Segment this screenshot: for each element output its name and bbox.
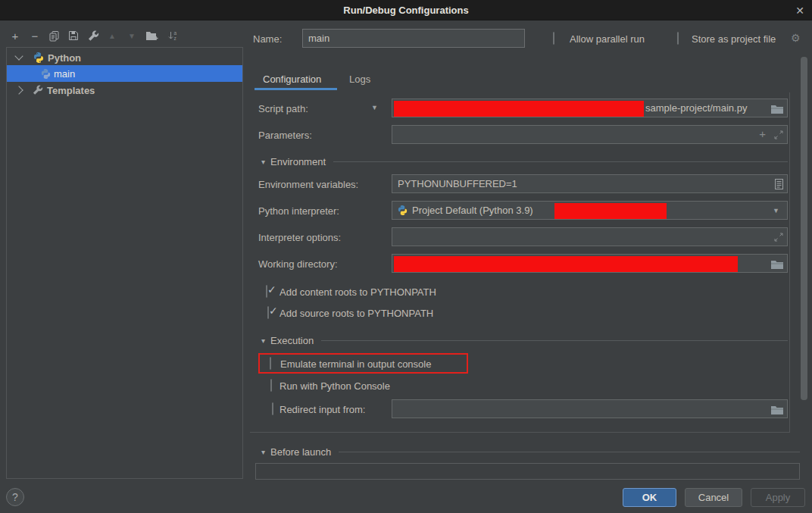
remove-configuration-button[interactable]: − bbox=[27, 28, 42, 43]
redaction-block bbox=[554, 203, 667, 219]
sort-configurations-button[interactable]: az bbox=[165, 28, 180, 43]
move-up-button[interactable]: ▲ bbox=[105, 28, 120, 43]
parameters-label: Parameters: bbox=[258, 130, 312, 141]
checkmark-icon: ✓ bbox=[269, 305, 278, 317]
sort-az-icon: az bbox=[167, 30, 178, 41]
section-before-launch-label: Before launch bbox=[270, 446, 331, 458]
working-directory-label: Working directory: bbox=[258, 258, 338, 270]
dialog-title: Run/Debug Configurations bbox=[0, 0, 812, 20]
allow-parallel-run-label: Allow parallel run bbox=[570, 33, 645, 45]
section-execution[interactable]: ▾ Execution bbox=[261, 335, 788, 346]
svg-text:a: a bbox=[174, 30, 177, 36]
section-collapse-icon[interactable]: ▾ bbox=[261, 448, 265, 456]
edit-variables-list-icon[interactable] bbox=[775, 179, 783, 189]
expand-field-icon[interactable] bbox=[774, 233, 783, 242]
gear-icon[interactable]: ⚙ bbox=[791, 32, 801, 44]
before-launch-task-list[interactable] bbox=[255, 463, 800, 480]
tree-item-python-group[interactable]: Python bbox=[7, 49, 242, 66]
vertical-scrollbar[interactable] bbox=[801, 57, 807, 400]
python-interpreter-label: Python interpreter: bbox=[258, 205, 339, 217]
tab-logs[interactable]: Logs bbox=[349, 74, 370, 85]
interpreter-options-label: Interpreter options: bbox=[258, 232, 341, 243]
cancel-button[interactable]: Cancel bbox=[685, 488, 742, 507]
tree-label-templates: Templates bbox=[47, 85, 95, 96]
add-configuration-button[interactable]: + bbox=[8, 28, 23, 43]
save-icon bbox=[68, 30, 79, 41]
section-before-launch[interactable]: ▾ Before launch bbox=[261, 446, 800, 458]
apply-button[interactable]: Apply bbox=[751, 488, 805, 507]
environment-variables-field[interactable]: PYTHONUNBUFFERED=1 bbox=[392, 174, 788, 193]
python-icon bbox=[40, 68, 52, 80]
section-collapse-icon[interactable]: ▾ bbox=[261, 336, 265, 345]
store-as-project-file-checkbox[interactable] bbox=[677, 32, 679, 45]
script-path-visible-value: sample-project/main.py bbox=[645, 102, 747, 114]
section-divider bbox=[339, 452, 800, 452]
section-divider bbox=[333, 161, 788, 162]
run-debug-configurations-dialog: Run/Debug Configurations ✕ + − ▲ ▼ az Py… bbox=[0, 0, 812, 513]
close-icon[interactable]: ✕ bbox=[792, 3, 807, 18]
arrow-down-icon: ▼ bbox=[128, 32, 136, 40]
interpreter-options-field[interactable] bbox=[392, 227, 788, 246]
checkmark-icon: ✓ bbox=[267, 283, 276, 296]
arrow-up-icon: ▲ bbox=[108, 32, 116, 40]
scroll-area-border bbox=[250, 432, 790, 433]
name-input[interactable] bbox=[302, 29, 525, 48]
folder-icon[interactable] bbox=[771, 260, 783, 269]
folder-icon[interactable] bbox=[771, 405, 783, 414]
add-content-roots-checkbox[interactable]: ✓ bbox=[266, 285, 267, 298]
edit-templates-button[interactable] bbox=[86, 28, 101, 43]
name-label: Name: bbox=[253, 33, 282, 45]
python-icon bbox=[33, 52, 45, 64]
configurations-tree: Python main Templates bbox=[6, 47, 243, 479]
tree-item-templates-group[interactable]: Templates bbox=[7, 82, 242, 99]
active-tab-underline bbox=[255, 88, 337, 90]
parameters-field[interactable]: + bbox=[392, 125, 788, 144]
tree-label-main: main bbox=[54, 68, 75, 80]
chevron-right-icon[interactable] bbox=[14, 86, 23, 94]
python-interpreter-combobox[interactable]: Project Default (Python 3.9) ▼ bbox=[392, 201, 788, 220]
wrench-icon bbox=[33, 85, 43, 95]
copy-icon bbox=[48, 30, 60, 42]
help-button[interactable]: ? bbox=[6, 488, 24, 506]
section-collapse-icon[interactable]: ▾ bbox=[261, 158, 265, 166]
combo-arrow-icon[interactable]: ▼ bbox=[773, 207, 779, 214]
wrench-icon bbox=[88, 30, 99, 42]
python-icon bbox=[397, 205, 408, 216]
environment-variables-label: Environment variables: bbox=[258, 179, 358, 190]
run-with-python-console-label: Run with Python Console bbox=[280, 380, 390, 392]
tab-configuration[interactable]: Configuration bbox=[263, 74, 321, 85]
add-source-roots-label: Add source roots to PYTHONPATH bbox=[280, 308, 433, 319]
chevron-down-icon[interactable] bbox=[14, 52, 23, 60]
add-macro-plus-icon[interactable]: + bbox=[759, 127, 766, 140]
run-with-python-console-checkbox[interactable] bbox=[270, 379, 272, 392]
section-divider bbox=[321, 340, 788, 341]
working-directory-field[interactable] bbox=[392, 254, 788, 273]
store-as-project-file-label: Store as project file bbox=[692, 33, 776, 45]
section-environment-label: Environment bbox=[270, 156, 326, 167]
svg-text:z: z bbox=[174, 36, 176, 41]
script-path-field[interactable]: sample-project/main.py bbox=[392, 99, 788, 117]
environment-variables-value: PYTHONUNBUFFERED=1 bbox=[392, 178, 517, 189]
plus-icon: + bbox=[12, 30, 19, 42]
section-execution-label: Execution bbox=[270, 335, 314, 346]
section-environment[interactable]: ▾ Environment bbox=[261, 156, 788, 167]
move-down-button[interactable]: ▼ bbox=[124, 28, 139, 43]
tree-item-main-selected[interactable]: main bbox=[7, 65, 242, 82]
ok-button[interactable]: OK bbox=[623, 488, 676, 507]
emulate-terminal-checkbox[interactable] bbox=[270, 357, 271, 370]
allow-parallel-run-checkbox[interactable] bbox=[553, 32, 554, 45]
script-path-options-chevron-icon[interactable]: ▼ bbox=[371, 104, 378, 111]
save-configuration-button[interactable] bbox=[66, 28, 81, 43]
emulate-terminal-label: Emulate terminal in output console bbox=[280, 358, 431, 370]
scroll-area-border bbox=[789, 92, 790, 432]
folder-icon[interactable] bbox=[771, 105, 783, 114]
new-folder-button[interactable] bbox=[144, 28, 159, 43]
copy-configuration-button[interactable] bbox=[46, 28, 61, 43]
add-source-roots-checkbox[interactable]: ✓ bbox=[267, 306, 269, 319]
redaction-block bbox=[394, 101, 644, 117]
expand-field-icon[interactable] bbox=[774, 130, 783, 139]
title-bar: Run/Debug Configurations bbox=[0, 0, 812, 20]
add-content-roots-label: Add content roots to PYTHONPATH bbox=[280, 286, 436, 298]
redirect-input-field[interactable] bbox=[392, 399, 788, 418]
redirect-input-checkbox[interactable] bbox=[272, 402, 273, 415]
